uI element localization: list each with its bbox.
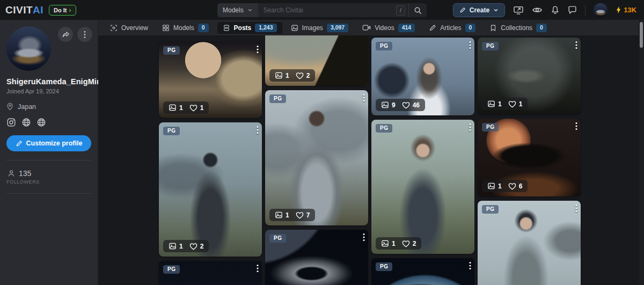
tab-label: Images [302, 24, 323, 32]
customize-profile-label: Customize profile [26, 140, 83, 147]
followers-count: 135 [19, 169, 31, 178]
chat-icon[interactable] [568, 5, 577, 14]
website-globe-icon[interactable] [21, 118, 31, 127]
tab-posts[interactable]: Posts 1,243 [217, 22, 282, 34]
heart-icon [402, 101, 410, 109]
search-button[interactable] [408, 3, 427, 17]
like-count: 46 [413, 101, 420, 109]
image-count-stat: 1 [169, 104, 183, 112]
rating-badge[interactable]: PG [376, 124, 392, 133]
rating-badge[interactable]: PG [163, 46, 180, 55]
customize-profile-button[interactable]: Customize profile [6, 135, 91, 151]
top-navbar: CIVITAI Do It › Models / Create [0, 0, 644, 20]
card-stats: 1 1 [482, 98, 528, 110]
dots-vertical-icon [469, 123, 471, 131]
bell-icon[interactable] [551, 5, 560, 14]
card-menu-button[interactable] [257, 45, 259, 54]
do-it-label: Do It [54, 7, 67, 13]
rating-badge[interactable]: PG [482, 205, 499, 214]
search-category-dropdown[interactable]: Models [217, 3, 258, 17]
tab-videos[interactable]: Videos 414 [357, 22, 420, 34]
share-profile-button[interactable] [58, 27, 73, 42]
card-menu-button[interactable] [575, 204, 577, 213]
dots-vertical-icon [575, 41, 577, 49]
profile-menu-button[interactable] [77, 27, 92, 42]
tab-images[interactable]: Images 3,097 [286, 22, 354, 34]
rating-badge[interactable]: PG [269, 94, 286, 103]
rating-badge[interactable]: PG [376, 262, 392, 271]
profile-avatar[interactable] [6, 26, 51, 71]
post-card[interactable]: PG [159, 261, 262, 285]
search-input[interactable] [264, 6, 393, 14]
dots-vertical-icon [84, 31, 86, 39]
post-card[interactable]: PG 1 2 [159, 122, 262, 257]
rating-badge[interactable]: PG [163, 265, 180, 274]
user-avatar[interactable] [594, 3, 608, 17]
buzz-count: 13K [624, 6, 636, 14]
post-card[interactable]: PG 1 7 [265, 90, 368, 225]
rating-badge[interactable]: PG [163, 127, 180, 135]
page-scrollbar[interactable] [639, 20, 644, 285]
image-count: 1 [179, 243, 183, 250]
masonry-column-2: 1 2 PG 1 [265, 35, 368, 285]
card-menu-button[interactable] [469, 261, 471, 270]
videos-icon [362, 24, 371, 31]
like-count: 2 [200, 243, 204, 250]
dots-vertical-icon [363, 233, 365, 242]
card-menu-button[interactable] [363, 233, 365, 242]
image-count: 1 [286, 72, 289, 79]
post-card[interactable]: PG 1 2 [371, 120, 474, 254]
location-text: Japan [18, 103, 36, 111]
tab-overview[interactable]: Overview [105, 23, 153, 33]
post-card[interactable]: 1 2 [265, 35, 368, 86]
post-card[interactable]: PG 1 1 [478, 38, 581, 114]
civitai-logo[interactable]: CIVITAI [5, 4, 43, 16]
masonry-column-1: PG 1 1 PG [159, 42, 262, 285]
rating-badge[interactable]: PG [482, 42, 499, 50]
post-card[interactable]: PG 1 1 [159, 42, 262, 118]
chevron-down-icon [247, 8, 253, 13]
scrollbar-thumb[interactable] [640, 22, 643, 48]
buzz-balance[interactable]: 13K [616, 6, 636, 14]
dots-vertical-icon [257, 45, 259, 54]
dots-vertical-icon [363, 93, 365, 102]
card-stats: 1 7 [269, 209, 315, 221]
images-icon [169, 104, 177, 112]
screen-share-icon[interactable] [513, 5, 524, 14]
images-icon [275, 71, 283, 79]
do-it-button[interactable]: Do It › [49, 5, 76, 16]
tab-articles[interactable]: Articles 0 [423, 22, 481, 34]
create-button[interactable]: Create [453, 3, 505, 17]
dots-vertical-icon [257, 264, 259, 273]
post-image [371, 120, 474, 254]
like-count-stat: 2 [296, 72, 310, 79]
tab-models[interactable]: Models 0 [157, 22, 214, 34]
card-menu-button[interactable] [257, 264, 259, 273]
eye-icon[interactable] [532, 6, 543, 14]
post-card[interactable]: PG [371, 258, 474, 285]
post-card[interactable]: PG 9 46 [371, 38, 474, 115]
share-arrow-icon [62, 31, 70, 39]
card-menu-button[interactable] [363, 93, 365, 102]
card-menu-button[interactable] [575, 122, 577, 130]
heart-icon [402, 240, 410, 247]
card-menu-button[interactable] [575, 41, 577, 49]
logo-text-ai: AI [33, 4, 43, 16]
instagram-icon[interactable] [6, 118, 16, 127]
profile-username: ShigeruKameda_EnigMind [6, 77, 91, 86]
post-card[interactable]: PG 1 6 [478, 119, 581, 196]
card-menu-button[interactable] [469, 123, 471, 131]
website-globe-icon[interactable] [36, 118, 46, 127]
card-menu-button[interactable] [257, 126, 259, 134]
post-card[interactable]: PG [478, 201, 581, 285]
like-count: 1 [200, 104, 204, 112]
card-menu-button[interactable] [469, 41, 471, 49]
post-card[interactable]: PG [265, 230, 368, 285]
posts-icon [223, 24, 230, 32]
tab-collections[interactable]: Collections 0 [484, 22, 552, 34]
rating-badge[interactable]: PG [269, 234, 286, 243]
followers-stat: 135 [6, 169, 91, 178]
dots-vertical-icon [575, 204, 577, 213]
rating-badge[interactable]: PG [376, 42, 392, 50]
rating-badge[interactable]: PG [482, 123, 499, 131]
